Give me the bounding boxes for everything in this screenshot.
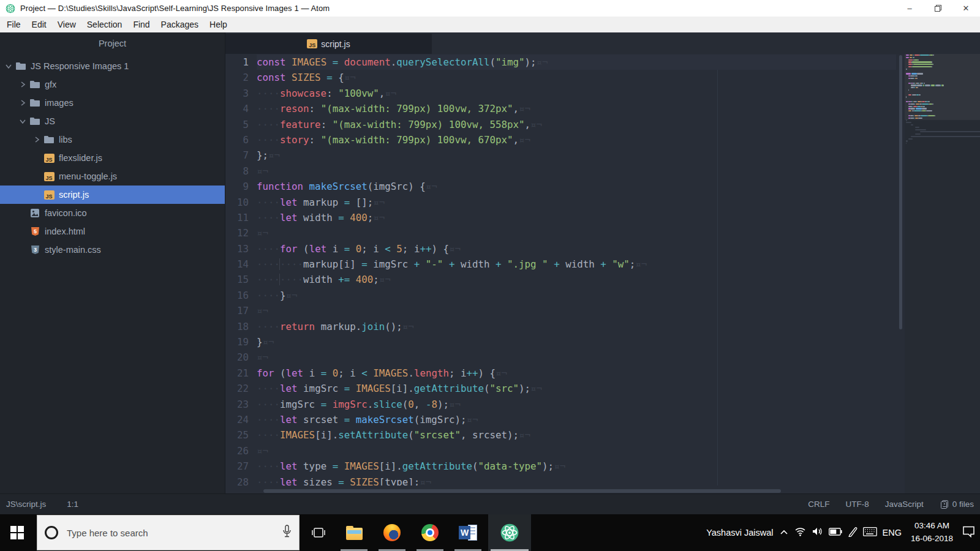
code-line-9[interactable]: function makeSrcset(imgSrc) {¤¬	[257, 179, 896, 194]
line-number[interactable]: 8	[225, 163, 257, 179]
pen-icon[interactable]	[848, 527, 858, 539]
word-button[interactable]: W	[450, 514, 486, 551]
task-view-button[interactable]	[303, 514, 334, 551]
line-number[interactable]: 10	[225, 195, 257, 210]
line-number[interactable]: 4	[225, 101, 257, 116]
status-line-ending[interactable]: CRLF	[808, 500, 829, 509]
tree-item-images[interactable]: images	[0, 94, 225, 112]
language-indicator[interactable]: ENG	[883, 528, 902, 538]
code-line-19[interactable]: }¤¬	[257, 334, 896, 350]
tree-item-js[interactable]: JS	[0, 112, 225, 130]
status-git[interactable]: 0 files	[940, 500, 974, 509]
code-line-23[interactable]: ····imgSrc = imgSrc.slice(0, -8);¤¬	[257, 397, 896, 412]
code-line-16[interactable]: ····}¤¬	[257, 288, 896, 303]
line-number[interactable]: 27	[225, 459, 257, 474]
line-number[interactable]: 16	[225, 288, 257, 303]
chevron-down-icon[interactable]	[5, 62, 12, 70]
tree-item-menu-toggle-js[interactable]: JSmenu-toggle.js	[0, 167, 225, 186]
code-line-20[interactable]: ¤¬	[257, 350, 896, 365]
vertical-scrollbar[interactable]	[899, 55, 902, 329]
tree-item-js-responsive-images-1[interactable]: JS Responsive Images 1	[0, 57, 225, 75]
restore-button[interactable]	[924, 0, 952, 17]
menu-find[interactable]: Find	[127, 17, 155, 32]
menu-file[interactable]: File	[1, 17, 26, 32]
user-name[interactable]: Yashasvi Jaiswal	[706, 528, 773, 538]
line-number[interactable]: 9	[225, 179, 257, 194]
close-button[interactable]: ✕	[952, 0, 980, 17]
code-line-17[interactable]: ¤¬	[257, 303, 896, 318]
tree-item-flexslider-js[interactable]: JSflexslider.js	[0, 149, 225, 167]
code-line-18[interactable]: ····return markup.join();¤¬	[257, 319, 896, 334]
code-line-11[interactable]: ····let width = 400;¤¬	[257, 210, 896, 225]
atom-taskbar-button[interactable]	[488, 514, 531, 551]
code-line-4[interactable]: ····reson: "(max-width: 799px) 100vw, 37…	[257, 101, 896, 116]
wifi-icon[interactable]	[794, 527, 806, 539]
code-line-28[interactable]: ····let sizes = SIZES[type];¤¬	[257, 474, 896, 485]
code-line-24[interactable]: ····let srcset = makeSrcset(imgSrc);¤¬	[257, 412, 896, 427]
line-number[interactable]: 17	[225, 303, 257, 318]
menu-help[interactable]: Help	[204, 17, 233, 32]
line-number[interactable]: 15	[225, 272, 257, 287]
tab-script-js[interactable]: JS script.js	[225, 34, 432, 54]
minimap[interactable]	[905, 54, 980, 526]
code-line-27[interactable]: ····let type = IMAGES[i].getAttribute("d…	[257, 459, 896, 474]
menu-view[interactable]: View	[52, 17, 81, 32]
menu-selection[interactable]: Selection	[81, 17, 128, 32]
action-center-icon[interactable]	[962, 526, 975, 540]
chrome-button[interactable]	[412, 514, 448, 551]
code-line-6[interactable]: ····story: "(max-width: 799px) 100vw, 67…	[257, 132, 896, 148]
code-line-25[interactable]: ····IMAGES[i].setAttribute("srcset", src…	[257, 427, 896, 443]
menu-packages[interactable]: Packages	[156, 17, 204, 32]
code-line-10[interactable]: ····let markup = [];¤¬	[257, 195, 896, 210]
code-line-2[interactable]: const SIZES = {¤¬	[257, 70, 896, 85]
touch-keyboard-icon[interactable]	[863, 527, 877, 539]
clock[interactable]: 03:46 AM 16-06-2018	[911, 520, 953, 545]
tree-item-favicon-ico[interactable]: favicon.ico	[0, 204, 225, 222]
line-number[interactable]: 25	[225, 427, 257, 443]
code-area[interactable]: const IMAGES = document.querySelectorAll…	[257, 54, 896, 485]
code-line-15[interactable]: ········width += 400;¤¬	[257, 272, 896, 287]
status-cursor-position[interactable]: 1:1	[67, 500, 78, 509]
status-encoding[interactable]: UTF-8	[845, 500, 869, 509]
code-editor[interactable]: 1234567891011121314151617181920212223242…	[225, 54, 980, 526]
search-input[interactable]	[66, 527, 282, 539]
firefox-button[interactable]	[374, 514, 410, 551]
line-number[interactable]: 24	[225, 412, 257, 427]
code-line-8[interactable]: ¤¬	[257, 163, 896, 179]
line-number[interactable]: 5	[225, 117, 257, 132]
horizontal-scrollbar[interactable]	[263, 489, 781, 493]
chevron-right-icon[interactable]	[33, 136, 40, 143]
code-line-3[interactable]: ····showcase: "100vw",¤¬	[257, 86, 896, 101]
minimize-button[interactable]: –	[895, 0, 924, 17]
line-number[interactable]: 23	[225, 397, 257, 412]
hidden-icons-chevron[interactable]	[779, 527, 789, 538]
line-number[interactable]: 13	[225, 241, 257, 257]
chevron-right-icon[interactable]	[19, 99, 26, 107]
file-explorer-button[interactable]	[336, 514, 372, 551]
tree-item-style-main-css[interactable]: 3style-main.css	[0, 241, 225, 259]
tree-item-libs[interactable]: libs	[0, 130, 225, 149]
line-number[interactable]: 3	[225, 86, 257, 101]
code-line-21[interactable]: for (let i = 0; i < IMAGES.length; i++) …	[257, 365, 896, 381]
start-button[interactable]	[0, 514, 34, 551]
line-number[interactable]: 2	[225, 70, 257, 85]
line-number[interactable]: 6	[225, 132, 257, 148]
code-line-22[interactable]: ····let imgSrc = IMAGES[i].getAttribute(…	[257, 381, 896, 396]
line-number[interactable]: 28	[225, 474, 257, 485]
volume-icon[interactable]	[812, 527, 823, 539]
line-number[interactable]: 21	[225, 365, 257, 381]
line-number[interactable]: 19	[225, 334, 257, 350]
menu-edit[interactable]: Edit	[26, 17, 52, 32]
line-number[interactable]: 22	[225, 381, 257, 396]
status-file-path[interactable]: JS\script.js	[6, 500, 46, 509]
taskbar-search[interactable]	[37, 515, 300, 550]
tree-item-gfx[interactable]: gfx	[0, 75, 225, 94]
battery-icon[interactable]	[829, 527, 842, 538]
line-number[interactable]: 7	[225, 148, 257, 163]
line-number[interactable]: 20	[225, 350, 257, 365]
code-line-14[interactable]: ········markup[i] = imgSrc + "-" + width…	[257, 257, 896, 272]
code-line-26[interactable]: ¤¬	[257, 443, 896, 459]
code-line-12[interactable]: ¤¬	[257, 225, 896, 241]
chevron-down-icon[interactable]	[19, 118, 26, 125]
line-number[interactable]: 11	[225, 210, 257, 225]
